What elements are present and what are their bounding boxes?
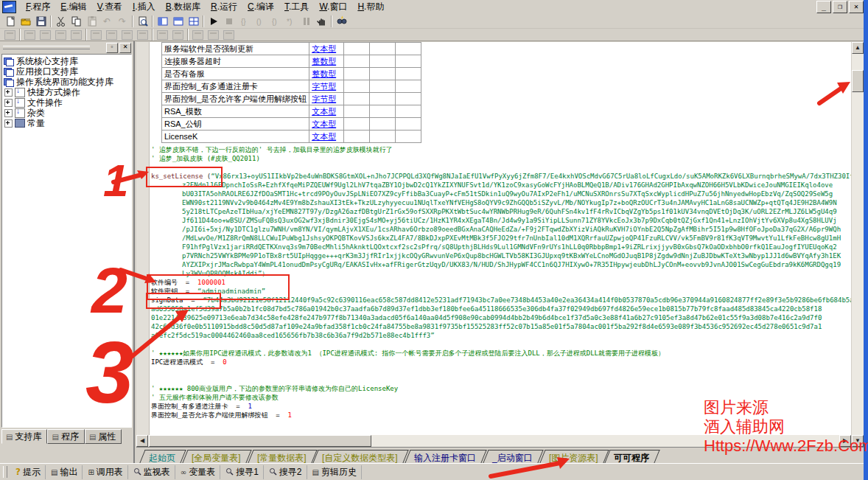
type-link[interactable]: 文本型 [312,44,336,53]
bottom-button-5[interactable]: ∞变量表 [176,465,220,479]
variable-type-cell[interactable]: 文本型 [309,43,344,55]
document-tab-5[interactable]: 输入注册卡窗口 [405,450,486,463]
type-link[interactable]: 文本型 [312,132,336,141]
variable-name-cell[interactable]: 连接服务器超时 [162,55,309,68]
menu-item-2[interactable]: E.编辑 [55,0,91,15]
expand-plus-icon[interactable] [4,88,13,97]
scroll-up-icon[interactable]: ▲ [852,42,864,54]
empty-cell[interactable] [370,105,396,118]
menu-item-8[interactable]: T.工具 [279,0,314,15]
bottom-button-4[interactable]: 监视表 [129,465,175,479]
layout-top-icon[interactable] [170,15,186,28]
copy-icon[interactable] [69,15,84,28]
empty-cell[interactable] [396,68,421,80]
horizontal-scroll-thumb[interactable] [149,435,371,447]
document-tab-3[interactable]: [常量数据表] [248,450,317,463]
menu-item-10[interactable]: H.帮助 [352,0,389,15]
document-tab-7[interactable]: [图片资源表] [539,450,609,463]
panel-tab-3[interactable]: ▤属性 [85,429,122,444]
bottom-button-6[interactable]: 搜寻1 [221,465,264,479]
save-file-icon[interactable] [33,15,49,28]
bottom-button-2[interactable]: ▤输出 [46,465,83,479]
empty-cell[interactable] [370,43,396,55]
empty-cell[interactable] [396,105,421,118]
menu-item-3[interactable]: V.查看 [92,0,127,15]
empty-cell[interactable] [370,93,396,105]
find-icon[interactable] [334,15,349,28]
empty-cell[interactable] [344,131,370,143]
redo-icon[interactable]: ↷ [115,15,130,28]
bottom-button-8[interactable]: ▤剪辑历史 [308,465,362,479]
space-down-icon[interactable] [170,28,186,41]
empty-cell[interactable] [396,80,421,93]
space-across-icon[interactable] [155,28,170,41]
empty-cell[interactable] [396,93,421,105]
menu-item-5[interactable]: B.数据库 [161,0,206,15]
center-horz-icon[interactable] [88,28,104,41]
variable-type-cell[interactable]: 整数型 [309,55,344,68]
tree-item-folder-1[interactable]: 快捷方式操作 [4,87,131,97]
new-file-icon[interactable] [2,15,18,28]
empty-cell[interactable] [344,118,370,131]
variable-name-cell[interactable]: LicenseK [162,131,309,143]
expand-plus-icon[interactable] [4,109,13,117]
tree-item-folder-3[interactable]: 杂类 [4,108,131,118]
minimize-button[interactable]: _ [816,1,831,13]
empty-cell[interactable] [370,80,396,93]
size-width-icon[interactable] [190,28,206,41]
variable-type-cell[interactable]: 字节型 [309,80,344,93]
paste-icon[interactable] [84,15,99,28]
empty-cell[interactable] [344,55,370,68]
document-tab-1[interactable]: 起始页 [139,450,186,463]
form-grid-icon[interactable] [2,28,18,41]
center-vert-icon[interactable] [104,28,119,41]
align-bottom-icon[interactable] [69,28,84,41]
variable-type-cell[interactable]: 文本型 [309,105,344,118]
variable-name-cell[interactable]: 界面控制_是否允许客户端使用解绑按钮 [162,93,309,105]
empty-cell[interactable] [344,68,370,80]
align-top-icon[interactable] [53,28,69,41]
step-into-icon[interactable]: {} [237,15,252,28]
step-out-icon[interactable]: {) [267,15,283,28]
type-link[interactable]: 整数型 [312,69,336,78]
run-to-cursor-icon[interactable]: *) [283,15,298,28]
variable-name-cell[interactable]: 服务端软件是否强制更新 [162,43,309,55]
align-left-icon[interactable] [22,28,38,41]
vertical-scroll-thumb[interactable] [852,70,864,92]
scroll-right-icon[interactable]: ▶ [839,435,851,447]
panel-tab-2[interactable]: ▤程序 [47,429,84,444]
menu-item-4[interactable]: I.插入 [127,0,161,15]
variable-type-cell[interactable]: 文本型 [309,118,344,131]
type-link[interactable]: 字节型 [312,94,336,103]
stop-icon[interactable] [221,15,237,28]
document-tab-6[interactable]: _启动窗口 [483,450,543,463]
empty-cell[interactable] [370,118,396,131]
panel-close-button[interactable]: ✕ [119,43,131,53]
horizontal-scrollbar[interactable]: ◀ ▶ [136,435,851,447]
undo-icon[interactable]: ↶ [99,15,115,28]
run-icon[interactable] [206,15,221,28]
document-tab-4[interactable]: [自定义数据类型表] [313,450,409,463]
panel-tab-1[interactable]: ▤支持库 [1,429,47,444]
variable-name-cell[interactable]: RSA_公钥 [162,118,309,131]
empty-cell[interactable] [396,118,421,131]
same-width-icon[interactable] [119,28,135,41]
expand-plus-icon[interactable] [4,99,13,107]
open-file-icon[interactable] [18,15,33,28]
cut-icon[interactable] [53,15,69,28]
panel-drag-grip[interactable] [3,46,90,49]
menu-item-6[interactable]: R.运行 [206,0,242,15]
scroll-down-icon[interactable]: ▼ [852,435,864,447]
layout-left-icon[interactable] [155,15,170,28]
size-height-icon[interactable] [206,28,221,41]
align-right-icon[interactable] [38,28,53,41]
empty-cell[interactable] [344,105,370,118]
empty-cell[interactable] [344,43,370,55]
restore-button[interactable]: ❐ [833,1,847,13]
bottom-button-7[interactable]: 搜寻2 [265,465,307,479]
expand-plus-icon[interactable] [4,119,13,128]
bottom-button-3[interactable]: ⊞调用表 [83,465,127,479]
variable-name-cell[interactable]: 界面控制_有多通道注册卡 [162,80,309,93]
document-tab-8[interactable]: 可可程序 [605,450,660,463]
empty-cell[interactable] [396,131,421,143]
